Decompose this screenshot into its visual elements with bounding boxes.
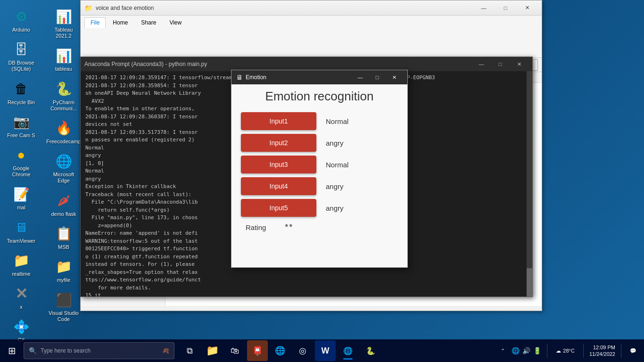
desktop-icon-teamviewer[interactable]: 🖥 TeamViewer [2, 216, 40, 247]
desktop-icon-db-browse[interactable]: 🗄 DB Browse (SQLite) [2, 38, 40, 74]
taskbar-apps: ⧉ 📁 🛍 📮 🌐 ◎ W 🌐 🐍 [174, 340, 493, 361]
battery-icon[interactable]: 🔋 [533, 347, 541, 354]
ribbon-tabs: File Home Share View [84, 17, 538, 28]
input4-button[interactable]: Input4 [241, 177, 316, 195]
speaker-icon[interactable]: 🔊 [522, 347, 530, 354]
emotion-close-button[interactable]: ✕ [386, 70, 403, 84]
ribbon-tab-file[interactable]: File [84, 17, 106, 28]
notification-icon: 💬 [630, 348, 636, 354]
desktop-icon-arduino[interactable]: ⚙ Arduino [2, 5, 40, 35]
csharp-icon: 💠 [12, 317, 31, 336]
tray-divider [547, 344, 547, 358]
desktop-icon-msb[interactable]: 📋 MSB [45, 222, 83, 253]
x-label: x [20, 304, 23, 310]
taskbar-search-box[interactable]: 🔍 Type here to search 🍂 [24, 342, 174, 359]
realtime-label: realtime [12, 271, 30, 277]
network-icon[interactable]: 🌐 [512, 347, 520, 354]
ribbon-tab-view[interactable]: View [163, 17, 188, 28]
desktop-icon-myfile[interactable]: 📁 myfile [45, 255, 83, 286]
desktop-icon-chrome[interactable]: ● Google Chrome [2, 143, 40, 180]
close-button[interactable]: ✕ [516, 0, 538, 16]
taskbar-app-word[interactable]: W [315, 340, 336, 361]
anaconda-maximize[interactable]: □ [491, 57, 510, 71]
vscode-label: Visual Studio Code [47, 310, 80, 322]
emotion-title-icon: 🖥 [236, 74, 243, 81]
desktop-icon-x[interactable]: ✕ x [2, 282, 40, 313]
result-3: Normal [326, 161, 363, 169]
tray-divider2 [583, 344, 584, 358]
taskbar-app-taskview[interactable]: ⧉ [179, 340, 200, 361]
file-explorer-title: voice and face emotion [96, 5, 473, 11]
freecode-label: Freecodecamp [46, 139, 81, 145]
emotion-minimize-button[interactable]: — [352, 70, 369, 84]
mal-icon: 📝 [12, 185, 31, 204]
desktop-icon-recycle-bin[interactable]: 🗑 Recycle Bin [2, 77, 40, 108]
desktop-icon-pycharm[interactable]: 🐍 PyCharm Communi... [45, 77, 83, 114]
anaconda-window-controls: — □ ✕ [472, 57, 528, 71]
autumn-icon: 🍂 [162, 347, 169, 354]
weather-area[interactable]: ☁ 28°C [553, 347, 578, 355]
taskbar-app-explorer[interactable]: 📁 [202, 340, 223, 361]
desktop-icon-mal[interactable]: 📝 mal [2, 182, 40, 213]
desktop-icon-tableau[interactable]: 📊 Tableau 2021.2 [45, 5, 83, 41]
emotion-body: Emotion recognition Input1 Normal Input2… [231, 84, 407, 242]
taskbar-app-chrome[interactable]: ◎ [292, 340, 313, 361]
emotion-dialog-controls: — □ ✕ [352, 70, 403, 84]
start-button[interactable]: ⊞ [0, 339, 24, 362]
result-1: Normal [326, 117, 363, 125]
anaconda-titlebar: Anaconda Prompt (Anaconda3) - python mai… [81, 57, 532, 71]
desktop-icons-panel: ⚙ Arduino 🗄 DB Browse (SQLite) 🗑 Recycle… [0, 0, 42, 362]
taskbar-app-store[interactable]: 🛍 [224, 340, 245, 361]
ribbon-tab-home[interactable]: Home [107, 17, 134, 28]
emotion-row-2: Input2 angry [241, 134, 398, 152]
vscode-icon: ⬛ [54, 290, 73, 309]
desktop-icon-freecam[interactable]: 📷 Free Cam S [2, 110, 40, 141]
time-display: 12:09 PM [593, 344, 615, 351]
freecam-label: Free Cam S [7, 132, 35, 139]
emotion-heading: Emotion recognition [265, 89, 374, 104]
minimize-button[interactable]: — [473, 0, 495, 16]
desktop-icon-freecode[interactable]: 🔥 Freecodecamp [45, 116, 83, 147]
system-clock[interactable]: 12:09 PM 11/24/2022 [589, 344, 615, 358]
input3-button[interactable]: Input3 [241, 156, 316, 173]
myfile-icon: 📁 [54, 257, 73, 276]
freecode-icon: 🔥 [54, 119, 73, 138]
tray-icons-area[interactable]: ⌃ [498, 347, 508, 355]
taskbar-app-python[interactable]: 🐍 [360, 340, 381, 361]
desktop-icon-demo-flask[interactable]: 🌶 demo flask [45, 189, 83, 220]
console-line: ttps://www.tensorflow.org/guide/funct [85, 276, 528, 284]
rating-label: Rating [246, 223, 266, 231]
anaconda-scrollbar[interactable] [527, 71, 532, 296]
input2-button[interactable]: Input2 [241, 134, 316, 152]
input1-button[interactable]: Input1 [241, 112, 316, 130]
ribbon-tab-share[interactable]: Share [135, 17, 162, 28]
anaconda-minimize[interactable]: — [472, 57, 491, 71]
result-2: angry [326, 139, 363, 147]
anaconda-scroll-thumb[interactable] [527, 268, 532, 296]
mal-label: mal [17, 205, 25, 211]
desktop-icon-vscode[interactable]: ⬛ Visual Studio Code [45, 288, 83, 325]
weather-icon: ☁ [556, 348, 561, 354]
maximize-button[interactable]: □ [495, 0, 516, 16]
desktop-icon-tableau2[interactable]: 📊 tableau [45, 44, 83, 74]
emotion-input-rows: Input1 Normal Input2 angry Input3 Normal… [241, 112, 398, 217]
emotion-maximize-button[interactable]: □ [369, 70, 386, 84]
taskbar-app-mail[interactable]: 📮 [247, 340, 268, 361]
realtime-icon: 📁 [12, 251, 31, 270]
taskbar-app-ms-edge2[interactable]: 🌐 [338, 340, 358, 361]
teamviewer-icon: 🖥 [12, 218, 31, 237]
anaconda-close[interactable]: ✕ [510, 57, 528, 71]
desktop-icon-ms-edge[interactable]: 🌐 Microsoft Edge [45, 149, 83, 186]
notification-button[interactable]: 💬 [627, 347, 639, 355]
tray-expand-icon: ⌃ [501, 348, 505, 354]
msb-label: MSB [58, 244, 69, 250]
emotion-dialog: 🖥 Emotion — □ ✕ Emotion recognition Inpu… [231, 70, 408, 268]
db-label: DB Browse (SQLite) [5, 60, 38, 72]
taskbar-app-edge[interactable]: 🌐 [270, 340, 290, 361]
db-icon: 🗄 [12, 40, 31, 59]
desktop-icon-realtime[interactable]: 📁 realtime [2, 249, 40, 280]
rating-stars: ** [285, 222, 293, 232]
teamviewer-label: TeamViewer [7, 238, 35, 244]
search-icon: 🔍 [29, 347, 37, 354]
input5-button[interactable]: Input5 [241, 199, 316, 217]
